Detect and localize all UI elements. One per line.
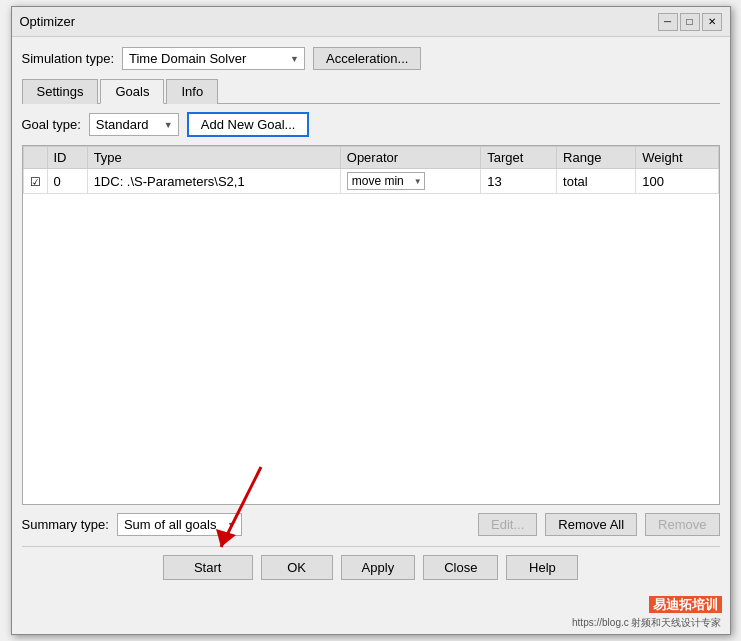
table-body: ☑ 0 1DC: .\S-Parameters\S2,1 move min mo… bbox=[23, 169, 718, 194]
optimizer-window: Optimizer ─ □ ✕ Simulation type: Time Do… bbox=[11, 6, 731, 635]
edit-button[interactable]: Edit... bbox=[478, 513, 537, 536]
title-bar: Optimizer ─ □ ✕ bbox=[12, 7, 730, 37]
summary-type-select-wrapper: Sum of all goals Max of all goals bbox=[117, 513, 242, 536]
maximize-button[interactable]: □ bbox=[680, 13, 700, 31]
row-checkbox: ☑ bbox=[30, 175, 41, 189]
col-range: Range bbox=[557, 147, 636, 169]
simulation-type-row: Simulation type: Time Domain Solver Freq… bbox=[22, 47, 720, 70]
tabs-container: Settings Goals Info bbox=[22, 78, 720, 104]
ok-button[interactable]: OK bbox=[261, 555, 333, 580]
simulation-type-select-wrapper: Time Domain Solver Frequency Domain Solv… bbox=[122, 47, 305, 70]
add-new-goal-button[interactable]: Add New Goal... bbox=[187, 112, 310, 137]
summary-row: Summary type: Sum of all goals Max of al… bbox=[22, 513, 720, 536]
tab-info[interactable]: Info bbox=[166, 79, 218, 104]
goal-type-label: Goal type: bbox=[22, 117, 81, 132]
row-weight: 100 bbox=[636, 169, 718, 194]
simulation-type-label: Simulation type: bbox=[22, 51, 115, 66]
table-row: ☑ 0 1DC: .\S-Parameters\S2,1 move min mo… bbox=[23, 169, 718, 194]
watermark-brand: 易迪拓培训 bbox=[649, 596, 722, 613]
window-content: Simulation type: Time Domain Solver Freq… bbox=[12, 37, 730, 594]
close-button-bottom[interactable]: Close bbox=[423, 555, 498, 580]
bottom-buttons: Start OK Apply Close Help bbox=[22, 546, 720, 584]
apply-button[interactable]: Apply bbox=[341, 555, 416, 580]
minimize-button[interactable]: ─ bbox=[658, 13, 678, 31]
start-button[interactable]: Start bbox=[163, 555, 253, 580]
watermark-container: 易迪拓培训 https://blog.c 射频和天线设计专家 bbox=[12, 594, 730, 634]
summary-type-label: Summary type: bbox=[22, 517, 109, 532]
goals-table: ID Type Operator Target Range Weight ☑ 0 bbox=[23, 146, 719, 194]
remove-all-button[interactable]: Remove All bbox=[545, 513, 637, 536]
row-checkbox-cell[interactable]: ☑ bbox=[23, 169, 47, 194]
window-controls: ─ □ ✕ bbox=[658, 13, 722, 31]
goal-type-select[interactable]: Standard Advanced bbox=[89, 113, 179, 136]
col-id: ID bbox=[47, 147, 87, 169]
col-weight: Weight bbox=[636, 147, 718, 169]
row-id: 0 bbox=[47, 169, 87, 194]
row-operator: move min move max min max bbox=[340, 169, 480, 194]
goal-type-row: Goal type: Standard Advanced Add New Goa… bbox=[22, 112, 720, 137]
operator-select-wrapper: move min move max min max bbox=[347, 172, 425, 190]
watermark-url: https://blog.c 射频和天线设计专家 bbox=[572, 617, 721, 628]
simulation-type-select[interactable]: Time Domain Solver Frequency Domain Solv… bbox=[122, 47, 305, 70]
row-type: 1DC: .\S-Parameters\S2,1 bbox=[87, 169, 340, 194]
help-button[interactable]: Help bbox=[506, 555, 578, 580]
row-target: 13 bbox=[481, 169, 557, 194]
col-type: Type bbox=[87, 147, 340, 169]
remove-button[interactable]: Remove bbox=[645, 513, 719, 536]
operator-select[interactable]: move min move max min max bbox=[347, 172, 425, 190]
goal-type-select-wrapper: Standard Advanced bbox=[89, 113, 179, 136]
acceleration-button[interactable]: Acceleration... bbox=[313, 47, 421, 70]
window-title: Optimizer bbox=[20, 14, 76, 29]
table-header: ID Type Operator Target Range Weight bbox=[23, 147, 718, 169]
row-range: total bbox=[557, 169, 636, 194]
summary-type-select[interactable]: Sum of all goals Max of all goals bbox=[117, 513, 242, 536]
close-button[interactable]: ✕ bbox=[702, 13, 722, 31]
col-checkbox bbox=[23, 147, 47, 169]
col-target: Target bbox=[481, 147, 557, 169]
goals-table-container: ID Type Operator Target Range Weight ☑ 0 bbox=[22, 145, 720, 505]
tab-settings[interactable]: Settings bbox=[22, 79, 99, 104]
col-operator: Operator bbox=[340, 147, 480, 169]
tab-goals[interactable]: Goals bbox=[100, 79, 164, 104]
